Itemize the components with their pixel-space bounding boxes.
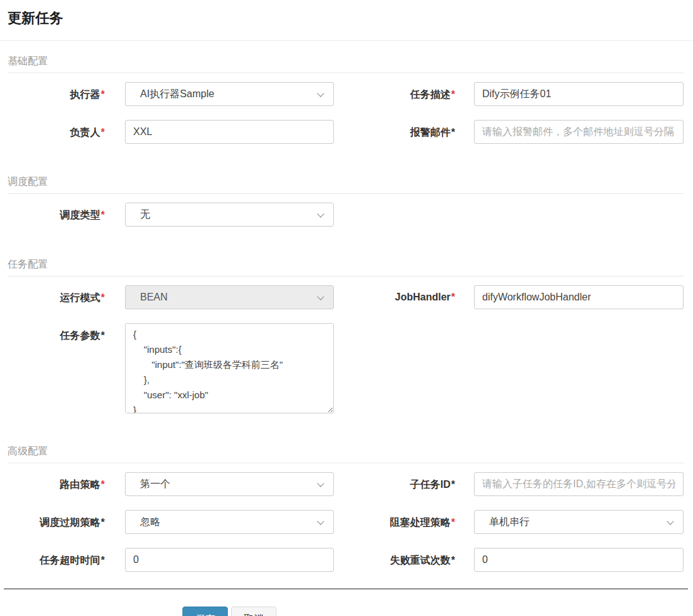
section-title-basic: 基础配置: [8, 55, 684, 73]
section-advanced: 高级配置 路由策略* 第一个 子任务ID* 调度过期策略* 忽略: [8, 445, 684, 572]
misfire-strategy-label: 调度过期策略*: [8, 510, 114, 530]
job-param-label: 任务参数*: [8, 323, 114, 343]
owner-input[interactable]: [125, 120, 334, 144]
route-strategy-select-value: 第一个: [140, 478, 170, 491]
asterisk: *: [101, 517, 105, 528]
required-asterisk: *: [101, 210, 105, 220]
section-title-schedule: 调度配置: [8, 175, 684, 194]
block-strategy-label: 阻塞处理策略*: [346, 510, 465, 530]
block-strategy-select[interactable]: 单机串行: [474, 510, 684, 534]
chevron-down-icon: [317, 518, 324, 524]
glue-type-select: BEAN: [125, 285, 334, 309]
chevron-down-icon: [317, 90, 324, 97]
job-param-textarea[interactable]: { "inputs":{ "input":"查询班级各学科前三名" }, "us…: [125, 323, 334, 413]
page-header: 更新任务: [0, 0, 693, 41]
required-asterisk: *: [101, 292, 105, 303]
asterisk: *: [101, 330, 105, 341]
required-asterisk: *: [101, 479, 105, 490]
chevron-down-icon: [666, 518, 673, 524]
chevron-down-icon: [317, 210, 324, 217]
schedule-type-select[interactable]: 无: [125, 203, 334, 227]
fail-retry-input[interactable]: [474, 548, 684, 572]
required-asterisk: *: [101, 127, 105, 138]
section-task: 任务配置 运行模式* BEAN JobHandler* 任务参数* { "inp…: [8, 258, 684, 413]
alarm-email-input[interactable]: [474, 120, 684, 144]
form-content: 基础配置 执行器* AI执行器Sample 任务描述* 负责人* 报警邮件*: [0, 55, 693, 616]
section-schedule: 调度配置 调度类型* 无: [8, 175, 684, 227]
child-jobid-label: 子任务ID*: [346, 472, 465, 492]
required-asterisk: *: [451, 292, 455, 302]
section-basic: 基础配置 执行器* AI执行器Sample 任务描述* 负责人* 报警邮件*: [8, 55, 684, 144]
schedule-type-label: 调度类型*: [8, 203, 114, 222]
timeout-label: 任务超时时间*: [8, 548, 114, 567]
jobhandler-input[interactable]: [474, 285, 684, 309]
executor-label: 执行器*: [8, 82, 114, 102]
save-button[interactable]: 保存: [182, 607, 228, 616]
section-title-advanced: 高级配置: [8, 445, 684, 463]
footer-divider: [4, 588, 688, 589]
route-strategy-label: 路由策略*: [8, 472, 114, 492]
asterisk: *: [101, 555, 105, 566]
button-row: 保存 取消: [182, 607, 684, 616]
glue-type-select-value: BEAN: [140, 292, 168, 303]
asterisk: *: [451, 555, 455, 566]
executor-select[interactable]: AI执行器Sample: [125, 82, 334, 106]
fail-retry-label: 失败重试次数*: [346, 548, 465, 567]
section-title-task: 任务配置: [8, 258, 684, 276]
asterisk: *: [451, 127, 455, 138]
timeout-input[interactable]: [125, 548, 334, 572]
block-strategy-select-value: 单机串行: [489, 516, 530, 529]
glue-type-label: 运行模式*: [8, 285, 114, 305]
jobhandler-label: JobHandler*: [346, 285, 465, 303]
cancel-button[interactable]: 取消: [231, 607, 276, 616]
route-strategy-select[interactable]: 第一个: [125, 472, 334, 496]
child-jobid-input[interactable]: [474, 472, 684, 496]
misfire-strategy-select-value: 忽略: [140, 516, 160, 529]
job-desc-label: 任务描述*: [346, 82, 465, 102]
required-asterisk: *: [451, 89, 455, 100]
schedule-type-select-value: 无: [140, 208, 150, 222]
alarm-email-label: 报警邮件*: [346, 120, 465, 139]
asterisk: *: [451, 479, 455, 490]
owner-label: 负责人*: [8, 120, 114, 139]
chevron-down-icon: [317, 293, 324, 300]
required-asterisk: *: [101, 89, 105, 100]
job-desc-input[interactable]: [474, 82, 684, 106]
misfire-strategy-select[interactable]: 忽略: [125, 510, 334, 534]
page-title: 更新任务: [8, 9, 685, 28]
executor-select-value: AI执行器Sample: [140, 88, 214, 101]
chevron-down-icon: [317, 480, 324, 487]
required-asterisk: *: [451, 517, 455, 528]
